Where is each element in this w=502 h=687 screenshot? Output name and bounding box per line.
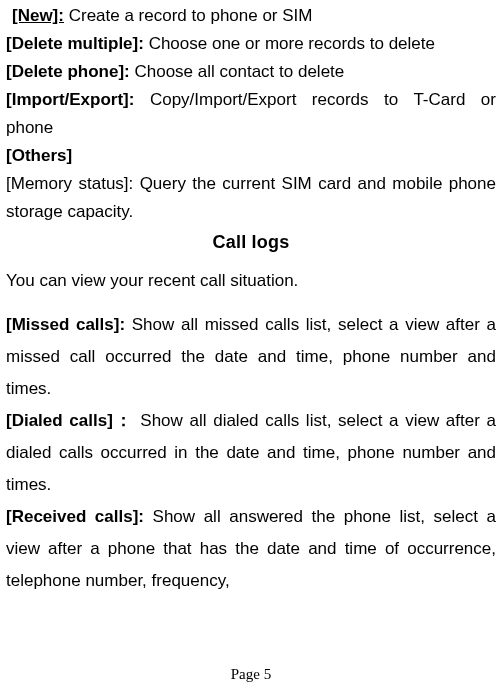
label-delete-multiple: [Delete multiple]: <box>6 34 144 53</box>
label-new: [New]: <box>12 6 64 25</box>
item-import-export-line2: phone <box>6 114 496 142</box>
heading-call-logs: Call logs <box>6 232 496 253</box>
label-delete-phone: [Delete phone]: <box>6 62 130 81</box>
item-new: [New]: Create a record to phone or SIM <box>6 2 496 30</box>
item-missed-calls: [Missed calls]: Show all missed calls li… <box>6 309 496 405</box>
desc-import-export-2: phone <box>6 118 53 137</box>
item-import-export-line1: [Import/Export]: Copy/Import/Export reco… <box>6 86 496 114</box>
label-dialed: [Dialed calls]： <box>6 411 134 430</box>
item-delete-phone: [Delete phone]: Choose all contact to de… <box>6 58 496 86</box>
desc-delete-phone: Choose all contact to delete <box>134 62 344 81</box>
desc-delete-multiple: Choose one or more records to delete <box>149 34 435 53</box>
desc-import-export-1: Copy/Import/Export records to T-Card or <box>150 90 496 109</box>
item-dialed-calls: [Dialed calls]： Show all dialed calls li… <box>6 405 496 501</box>
desc-new: Create a record to phone or SIM <box>69 6 313 25</box>
label-missed: [Missed calls]: <box>6 315 125 334</box>
label-import-export: [Import/Export]: <box>6 90 134 109</box>
page-footer: Page 5 <box>0 666 502 683</box>
item-received-calls: [Received calls]: Show all answered the … <box>6 501 496 597</box>
label-others: [Others] <box>6 146 72 165</box>
label-received: [Received calls]: <box>6 507 144 526</box>
item-memory-status: [Memory status]: Query the current SIM c… <box>6 170 496 226</box>
item-delete-multiple: [Delete multiple]: Choose one or more re… <box>6 30 496 58</box>
memory-status-text: [Memory status]: Query the current SIM c… <box>6 174 496 221</box>
item-others: [Others] <box>6 142 496 170</box>
manual-page: [New]: Create a record to phone or SIM [… <box>0 0 502 687</box>
intro-text: You can view your recent call situation. <box>6 267 496 295</box>
